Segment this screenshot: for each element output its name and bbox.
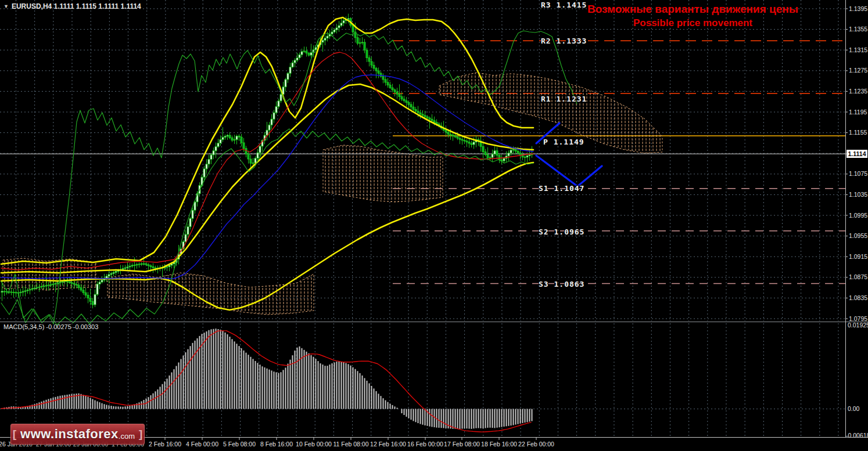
instaforex-watermark: [www.instaforex.com] — [10, 424, 145, 445]
price-tick-label: 1.1275 — [849, 67, 867, 74]
macd-indicator-label: MACD(5,34,5) -0.00275 -0.00303 — [3, 323, 98, 330]
price-tick-label: 1.1355 — [849, 26, 867, 33]
pivot-label-s1: S1 1.1047 — [539, 184, 584, 193]
logo-bracket-right: ] — [139, 428, 142, 441]
macd-tick-top: 0.01925 — [848, 322, 868, 329]
chart-title: ▼EURUSD,H4 1.1111 1.1115 1.1111 1.1114 — [3, 2, 141, 10]
price-tick-label: 1.1315 — [849, 46, 867, 53]
price-tick-label: 1.1035 — [849, 191, 867, 198]
logo-text: www.instaforex — [20, 427, 119, 442]
time-tick-label: 22 Feb 00:00 — [513, 441, 559, 448]
price-tick-label: 1.0955 — [849, 232, 867, 239]
pivot-label-p: P 1.1149 — [543, 138, 584, 146]
annotation-line-en: Possible price movement — [540, 17, 845, 29]
symbol-dropdown-icon[interactable]: ▼ — [3, 3, 9, 9]
price-tick-label: 1.1395 — [849, 5, 867, 12]
price-tick-label: 1.1195 — [849, 109, 867, 116]
price-tick-label: 1.1155 — [849, 129, 867, 136]
logo-bracket-left: [ — [13, 428, 16, 441]
symbol-ohlc-text: EURUSD,H4 1.1111 1.1115 1.1111 1.1114 — [12, 2, 141, 10]
price-tick-label: 1.1235 — [849, 88, 867, 95]
price-tick-label: 1.0995 — [849, 212, 867, 219]
price-tick-label: 1.0795 — [849, 315, 867, 322]
logo-tld: .com — [119, 432, 135, 441]
mt4-chart-window: ▼EURUSD,H4 1.1111 1.1115 1.1111 1.1114 В… — [0, 0, 868, 451]
pivot-label-r3: R3 1.1415 — [541, 1, 587, 9]
pivot-label-s3: S3 1.0863 — [539, 280, 584, 288]
price-tick-label: 1.1075 — [849, 170, 867, 177]
pivot-label-s2: S2 1.0965 — [539, 228, 584, 236]
price-tick-label: 1.0875 — [849, 273, 867, 280]
macd-tick-bottom: -0.00618 — [846, 432, 868, 439]
chart-canvas[interactable] — [0, 0, 868, 451]
current-price-badge: 1.1114 — [847, 150, 867, 158]
price-tick-label: 1.0915 — [849, 253, 867, 260]
pivot-label-r2: R2 1.1333 — [541, 37, 587, 45]
macd-tick-zero: 0.00 — [848, 405, 859, 412]
pivot-label-r1: R1 1.1231 — [541, 95, 587, 103]
price-tick-label: 1.0835 — [849, 294, 867, 301]
